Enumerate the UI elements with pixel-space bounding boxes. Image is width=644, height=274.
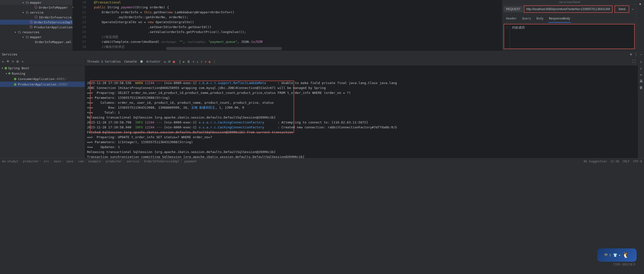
tree-item[interactable]: ▾🗀mapper — [0, 35, 72, 39]
log-line: <== Columns: order_no, user_id, product_… — [87, 100, 636, 105]
tab-actuator[interactable]: Actuator — [146, 60, 160, 63]
log-line: 2023-11-28 17:10:58.536 WARN 12244 --- [… — [87, 81, 636, 85]
breadcrumb-item[interactable]: producter — [106, 160, 122, 163]
services-root[interactable]: ▾ ⬢ Spring Boot — [0, 65, 85, 71]
tree-item[interactable]: ▾🗀resources — [0, 30, 72, 35]
chevron-down-icon[interactable]: ▾ — [14, 31, 17, 34]
log-line: 2023-11-28 17:10:58.940 INFO 12244 --- [… — [87, 125, 636, 130]
filter-icon[interactable]: ▽ — [12, 60, 14, 63]
pause-icon[interactable]: ⏸ — [187, 60, 190, 64]
expand-icon[interactable]: ⛶ — [632, 60, 636, 63]
interface-icon: Ⓘ — [34, 6, 38, 9]
scroll-up-icon[interactable]: ↑ — [640, 60, 642, 64]
response-body-area[interactable]: 1 付款成功 — [504, 24, 635, 49]
line-separator[interactable]: CRLF — [622, 160, 630, 163]
tab-console[interactable]: Console — [124, 60, 137, 63]
tree-item[interactable]: ⒾIOrderInfoservice — [0, 15, 72, 20]
breadcrumb-item[interactable]: OrderInfoServiceImpl — [144, 160, 180, 163]
tree-item[interactable]: ▾🗀service — [0, 10, 72, 15]
refresh-icon[interactable]: ↻ — [164, 60, 166, 64]
breadcrumb-item[interactable]: example — [88, 160, 101, 163]
tree-label: mapper — [30, 35, 42, 39]
project-tree[interactable]: ▾🗀mapperⒾOrderInfoMapper▾🗀serviceⒾIOrder… — [0, 0, 73, 51]
service-app-item[interactable]: ⬢ProducterApplication :8080/ — [0, 82, 85, 87]
chevron-down-icon[interactable]: ▾ — [22, 36, 24, 38]
editor-scrollbar[interactable] — [166, 47, 282, 50]
request-url-input[interactable] — [524, 6, 612, 13]
log-line: Releasing transactional SqlSession [org.… — [87, 115, 636, 120]
right-tool-strip: ◆ — [636, 0, 644, 51]
code-editor[interactable]: 19202122232425262728 @Transactionalpubli… — [73, 0, 502, 51]
caret-position[interactable]: 21:36 — [610, 160, 619, 163]
console-output[interactable]: 2023-11-28 17:10:58.536 WARN 12244 --- [… — [85, 65, 638, 158]
more-icon[interactable]: ⋯ — [630, 8, 635, 11]
services-title: Services — [2, 53, 18, 56]
more-icon[interactable]: ⋮ — [213, 60, 216, 64]
breadcrumb-item[interactable]: src — [44, 160, 49, 163]
console-panel: Threads & Variables Console ⬢ Actuator ↻… — [85, 58, 638, 158]
http-tab-header[interactable]: Header — [506, 16, 517, 23]
services-tool-window-bar[interactable]: Services ⊕ ⋮ — — [0, 51, 644, 58]
breadcrumb-item[interactable]: service — [127, 160, 139, 163]
clear-icon[interactable]: 🗑 — [639, 85, 643, 89]
rerun-icon[interactable]: ⟳ — [168, 60, 171, 64]
http-tab-responsebody[interactable]: ResponseBody — [548, 16, 571, 23]
add-icon[interactable]: ＋ — [21, 59, 24, 64]
tree-item[interactable]: OrderInfoMapper.xml — [0, 39, 72, 44]
soft-wrap-icon[interactable]: ↩ — [640, 73, 642, 77]
log-line: ==> Preparing: UPDATE t_order_info SET s… — [87, 135, 636, 140]
service-app-item[interactable]: ⬢ConsumerApplication :8081/ — [0, 76, 85, 82]
scroll-down-icon[interactable]: ↓ — [640, 66, 642, 70]
tree-item[interactable]: ⒾOrderInfoMapper — [0, 5, 72, 10]
mute-breakpoints-icon[interactable]: ⊘ — [204, 60, 206, 64]
breadcrumb-item[interactable]: main — [54, 160, 61, 163]
tab-threads[interactable]: Threads & Variables — [87, 60, 121, 63]
visibility-icon[interactable]: 👁 — [6, 60, 10, 63]
tree-label: OrderInfoMapper.xml — [35, 40, 72, 44]
breadcrumb[interactable]: me-study2〉producter〉src〉main〉java〉com〉ex… — [2, 159, 197, 163]
layout-icon[interactable]: ⧉ — [16, 60, 19, 64]
tree-item[interactable]: ⒸOrderInfoServiceImpl — [0, 20, 72, 25]
log-line: ==> Parameters: 1(Integer), 133655751136… — [87, 140, 636, 145]
print-icon[interactable]: 🖶 — [639, 79, 643, 83]
tree-label: ProducterApplication — [34, 25, 72, 29]
view-breakpoints-icon[interactable]: ◉ — [208, 60, 210, 64]
send-button[interactable]: Send — [614, 6, 629, 13]
close-icon[interactable]: ✕ — [2, 60, 4, 63]
more-vertical-icon[interactable]: ⋮ — [634, 53, 638, 56]
file-encoding[interactable]: UTF-8 — [633, 160, 642, 163]
minimize-icon[interactable]: — — [640, 53, 642, 56]
breadcrumb-item[interactable]: java — [66, 160, 73, 163]
folder-icon: 🗀 — [25, 10, 29, 14]
http-tab-query[interactable]: Query — [522, 16, 532, 23]
chevron-down-icon[interactable]: ▾ — [22, 11, 24, 14]
tree-item[interactable]: ⒸProducterApplication — [0, 25, 72, 30]
tree-item[interactable]: ▾🗀mapper — [0, 0, 72, 5]
log-line: 2023-11-28 17:10:58.798 INFO 12244 --- [… — [87, 120, 636, 125]
tree-label: mapper — [30, 1, 42, 5]
interface-icon: Ⓘ — [34, 15, 38, 19]
running-app-icon: ⬢ — [14, 83, 16, 86]
tool-icon[interactable]: ◆ — [639, 1, 641, 7]
resume-icon[interactable]: ▶ — [183, 60, 185, 64]
breadcrumb-item[interactable]: me-study2 — [2, 160, 18, 163]
http-tab-body[interactable]: Body — [536, 16, 544, 23]
locate-icon[interactable]: ⊕ — [630, 53, 632, 56]
step-into-icon[interactable]: ↓ — [196, 60, 198, 64]
breadcrumb-item[interactable]: payment — [184, 160, 197, 163]
log-line: Releasing transactional SqlSession [org.… — [87, 150, 636, 155]
step-over-icon[interactable]: ↷ — [192, 60, 194, 64]
stop-icon[interactable]: ■ — [173, 60, 175, 64]
breadcrumb-item[interactable]: producter — [23, 160, 39, 163]
breadcrumb-item[interactable]: com — [78, 160, 84, 163]
folder-icon: 🗀 — [25, 35, 29, 39]
step-out-icon[interactable]: ↑ — [200, 60, 202, 64]
chevron-down-icon[interactable]: ▾ — [22, 1, 24, 4]
services-tree[interactable]: ✕ 👁 ▽ ⧉ ＋ ▾ ⬢ Spring Boot ▾ Running ⬢Con… — [0, 58, 85, 158]
tree-label: OrderInfoMapper — [39, 6, 68, 9]
request-method-button[interactable]: REQUEST — [504, 6, 523, 12]
status-bar: me-study2〉producter〉src〉main〉java〉com〉ex… — [0, 158, 644, 164]
log-line: ==> Parameters: 1336557511364313088(Stri… — [87, 95, 636, 100]
services-running-group[interactable]: ▾ Running — [0, 71, 85, 76]
tree-label: resources — [22, 30, 39, 34]
